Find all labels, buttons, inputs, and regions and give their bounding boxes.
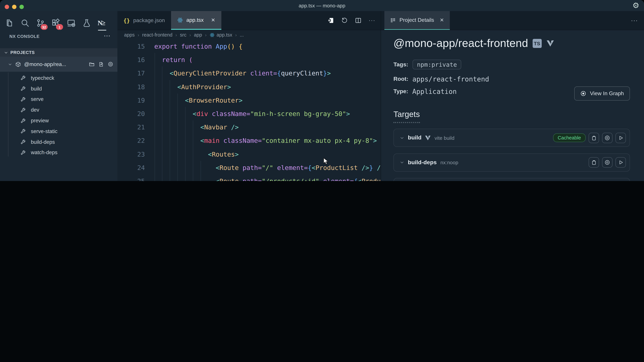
react-icon: [177, 17, 183, 23]
close-icon[interactable]: ✕: [440, 17, 444, 23]
view-in-graph-button[interactable]: View In Graph: [574, 86, 630, 100]
search-icon[interactable]: [20, 18, 30, 27]
root-label: Root:: [394, 76, 408, 82]
sidebar-item-project[interactable]: @mono-app/rea...: [0, 57, 118, 72]
sidebar-item-preview[interactable]: preview: [0, 115, 118, 126]
line-number: 16: [118, 53, 151, 66]
tab-app.tsx[interactable]: app.tsx✕: [171, 11, 221, 30]
run-target-button[interactable]: [616, 133, 626, 143]
line-number: 21: [118, 120, 151, 134]
target-icon[interactable]: [108, 61, 113, 67]
tree-indent-guide: [8, 72, 8, 157]
breadcrumb: apps›react-frontend›src›app›app.tsx›...: [118, 30, 381, 39]
target-label: typecheck: [31, 75, 54, 81]
more-actions-icon[interactable]: ···: [368, 17, 375, 24]
line-number: 18: [118, 80, 151, 93]
vite-icon: [546, 39, 554, 47]
wrench-icon: [20, 86, 26, 91]
mouse-cursor: [323, 158, 329, 165]
project-details-panel: @mono-app/react-frontend TS Tags: npm:pr…: [381, 30, 644, 181]
zoom-window-button[interactable]: [20, 5, 24, 9]
target-name: build-deps: [408, 159, 437, 166]
wrench-icon: [20, 150, 26, 156]
sidebar-item-build-deps[interactable]: build-deps: [0, 137, 118, 147]
sidebar-item-watch-deps[interactable]: watch-deps: [0, 147, 118, 158]
tab-project-details[interactable]: Project Details ✕: [384, 11, 450, 30]
sidebar-item-build[interactable]: build: [0, 83, 118, 94]
vscode-window: app.tsx — mono-app ⚙ 321N≥ NX CONSOLE ··…: [0, 0, 644, 181]
activity-bar: 321N≥: [0, 11, 118, 27]
sidebar-item-serve[interactable]: serve: [0, 94, 118, 105]
settings-gear-icon[interactable]: ⚙: [632, 1, 639, 10]
code-line-24: 24 <Route path="/" element={<ProductList…: [118, 161, 381, 174]
line-number: 19: [118, 93, 151, 107]
breadcrumb-item[interactable]: ...: [240, 32, 244, 37]
minimize-window-button[interactable]: [12, 5, 16, 9]
chevron-down-icon: [4, 50, 8, 54]
sidebar-item-dev[interactable]: dev: [0, 105, 118, 115]
extensions-icon[interactable]: 1: [51, 18, 60, 27]
tab-package.json[interactable]: {}package.json: [118, 11, 171, 30]
breadcrumb-item[interactable]: app: [194, 32, 202, 37]
breadcrumb-item[interactable]: apps: [124, 32, 135, 37]
code-editor[interactable]: 15export function App() {16 return (17 <…: [118, 39, 381, 181]
code-line-17: 17 <QueryClientProvider client={queryCli…: [118, 66, 381, 80]
testing-icon[interactable]: [82, 18, 91, 27]
target-card-dev[interactable]: devviteContinuous: [394, 178, 630, 181]
code-line-22: 22 <main className="container mx-auto px…: [118, 134, 381, 147]
open-project-details-icon[interactable]: [327, 17, 334, 24]
wrench-icon: [20, 139, 26, 145]
refresh-icon[interactable]: [341, 17, 348, 24]
remote-explorer-icon[interactable]: [67, 18, 76, 27]
line-number: 15: [118, 39, 151, 53]
target-label: preview: [31, 118, 49, 124]
active-indicator: [98, 30, 106, 30]
target-label: build: [31, 86, 42, 92]
close-window-button[interactable]: [5, 5, 9, 9]
chevron-down-icon[interactable]: [400, 160, 404, 165]
line-number: 20: [118, 107, 151, 120]
target-card-build[interactable]: buildvite buildCacheable: [394, 129, 630, 147]
run-target-button[interactable]: [616, 157, 626, 168]
project-name: @mono-app/rea...: [24, 61, 86, 67]
view-target-button[interactable]: [602, 133, 612, 143]
breadcrumb-item[interactable]: src: [180, 32, 186, 37]
line-number: 22: [118, 134, 151, 147]
chevron-down-icon[interactable]: [400, 136, 404, 140]
target-label: serve-static: [31, 128, 58, 134]
sidebar-item-serve-static[interactable]: serve-static: [0, 126, 118, 137]
sidebar-item-typecheck[interactable]: typecheck: [0, 73, 118, 83]
source-control-icon[interactable]: 32: [36, 18, 45, 27]
code-line-18: 18 <AuthProvider>: [118, 80, 381, 93]
target-card-build-deps[interactable]: build-depsnx:noop: [394, 153, 630, 171]
split-editor-icon[interactable]: [355, 17, 362, 24]
explorer-icon[interactable]: [5, 18, 14, 27]
badge: 32: [40, 24, 48, 30]
react-icon: [210, 32, 214, 37]
copy-button[interactable]: [589, 157, 599, 168]
nx-console-icon[interactable]: N≥: [98, 18, 107, 27]
goto-file-icon[interactable]: [98, 61, 104, 67]
line-number: 25: [118, 174, 151, 181]
projects-section-header[interactable]: PROJECTS: [0, 48, 118, 57]
close-icon[interactable]: ✕: [211, 17, 215, 23]
view-target-button[interactable]: [602, 157, 612, 168]
folder-icon[interactable]: [89, 61, 94, 67]
panel-more-icon[interactable]: ···: [631, 17, 644, 24]
wrench-icon: [20, 118, 26, 123]
wrench-icon: [20, 96, 26, 102]
breadcrumb-item[interactable]: react-frontend: [142, 32, 172, 37]
targets-heading: Targets: [394, 110, 420, 123]
sidebar: 321N≥ NX CONSOLE ··· PROJECTS @mono-app/…: [0, 11, 118, 181]
sidebar-more-icon[interactable]: ···: [104, 33, 111, 39]
run-target-icon: [618, 160, 624, 165]
chevron-down-icon: [8, 62, 12, 66]
copy-button[interactable]: [589, 133, 599, 143]
target-label: serve: [31, 96, 44, 102]
project-row-actions: [89, 61, 113, 67]
code-line-19: 19 <BrowserRouter>: [118, 93, 381, 107]
target-cards: buildvite buildCacheablebuild-depsnx:noo…: [394, 129, 630, 181]
breadcrumb-item[interactable]: app.tsx: [210, 32, 232, 37]
code-line-25: 25 <Route path="/products/:id" element={…: [118, 174, 381, 181]
run-target-icon: [618, 135, 624, 141]
